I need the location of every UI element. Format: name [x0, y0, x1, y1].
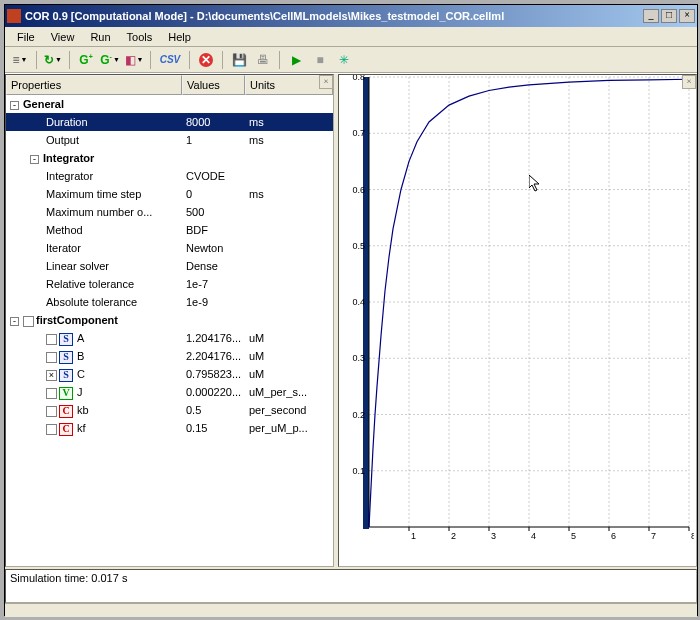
row-var-A[interactable]: SA 1.204176... uM	[6, 329, 333, 347]
label-general: General	[23, 98, 64, 110]
svg-text:3: 3	[491, 531, 496, 541]
row-maxstep[interactable]: Maximum time step 0 ms	[6, 185, 333, 203]
row-integrator[interactable]: Integrator CVODE	[6, 167, 333, 185]
row-reltol[interactable]: Relative tolerance 1e-7	[6, 275, 333, 293]
group-integrator[interactable]: -Integrator	[6, 149, 333, 167]
row-var-kf[interactable]: Ckf 0.15 per_uM_p...	[6, 419, 333, 437]
svg-text:1: 1	[411, 531, 416, 541]
label-method: Method	[6, 221, 182, 239]
value-kf: 0.15	[182, 419, 245, 437]
status-bar: Simulation time: 0.017 s	[5, 569, 697, 603]
row-duration[interactable]: Duration 8000 ms	[6, 113, 333, 131]
constant-icon: C	[59, 423, 73, 436]
label-kb: kb	[77, 404, 89, 416]
value-maxnum: 500	[182, 203, 245, 221]
svg-text:8: 8	[691, 531, 694, 541]
variable-icon: V	[59, 387, 73, 400]
refresh-button[interactable]: ↻▼	[42, 49, 64, 71]
checkbox-J[interactable]	[46, 388, 57, 399]
group-component[interactable]: -firstComponent	[6, 311, 333, 329]
row-maxnum[interactable]: Maximum number o... 500	[6, 203, 333, 221]
properties-header: Properties Values Units	[6, 75, 333, 95]
properties-pane: × Properties Values Units -General Durat…	[5, 74, 334, 567]
checkbox[interactable]	[23, 316, 34, 327]
col-properties[interactable]: Properties	[6, 75, 182, 95]
row-method[interactable]: Method BDF	[6, 221, 333, 239]
group-general[interactable]: -General	[6, 95, 333, 113]
g-minus-button[interactable]: G-▼	[99, 49, 121, 71]
row-iterator[interactable]: Iterator Newton	[6, 239, 333, 257]
eraser-button[interactable]: ◧▼	[123, 49, 145, 71]
menu-view[interactable]: View	[43, 29, 83, 45]
properties-body[interactable]: -General Duration 8000 ms Output 1 ms -I…	[6, 95, 333, 566]
menu-run[interactable]: Run	[82, 29, 118, 45]
value-linsolv: Dense	[182, 257, 245, 275]
separator	[69, 51, 70, 69]
value-J: 0.000220...	[182, 383, 245, 401]
svg-text:6: 6	[611, 531, 616, 541]
row-abstol[interactable]: Absolute tolerance 1e-9	[6, 293, 333, 311]
pause-button[interactable]: ■	[309, 49, 331, 71]
separator	[189, 51, 190, 69]
collapse-icon[interactable]: -	[10, 317, 19, 326]
units-maxstep: ms	[245, 185, 333, 203]
maximize-button[interactable]: □	[661, 9, 677, 23]
csv-button[interactable]: CSV	[156, 49, 184, 71]
collapse-icon[interactable]: -	[10, 101, 19, 110]
svg-text:7: 7	[651, 531, 656, 541]
titlebar: COR 0.9 [Computational Mode] - D:\docume…	[5, 5, 697, 27]
row-var-B[interactable]: SB 2.204176... uM	[6, 347, 333, 365]
row-var-J[interactable]: VJ 0.000220... uM_per_s...	[6, 383, 333, 401]
play-button[interactable]: ▶	[285, 49, 307, 71]
checkbox-A[interactable]	[46, 334, 57, 345]
cursor-icon	[529, 175, 545, 193]
units-A: uM	[245, 329, 333, 347]
value-reltol: 1e-7	[182, 275, 245, 293]
checkbox-kf[interactable]	[46, 424, 57, 435]
label-maxnum: Maximum number o...	[6, 203, 182, 221]
menu-file[interactable]: File	[9, 29, 43, 45]
svg-text:2: 2	[451, 531, 456, 541]
row-var-kb[interactable]: Ckb 0.5 per_second	[6, 401, 333, 419]
pane-close-button[interactable]: ×	[319, 75, 333, 89]
sim-time-label: Simulation time: 0.017 s	[10, 572, 127, 584]
body-area: × Properties Values Units -General Durat…	[5, 73, 697, 567]
print-button[interactable]: 🖶	[252, 49, 274, 71]
constant-icon: C	[59, 405, 73, 418]
units-B: uM	[245, 347, 333, 365]
close-button[interactable]: ×	[679, 9, 695, 23]
svg-text:0.7: 0.7	[352, 128, 365, 138]
value-abstol: 1e-9	[182, 293, 245, 311]
g-plus-button[interactable]: G+	[75, 49, 97, 71]
pane-close-button[interactable]: ×	[682, 75, 696, 89]
save-button[interactable]: 💾	[228, 49, 250, 71]
list-button[interactable]: ≡▼	[9, 49, 31, 71]
plot-pane: × 123456780.10.20.30.40.50.60.70.8	[334, 74, 697, 567]
row-linsolv[interactable]: Linear solver Dense	[6, 257, 333, 275]
label-component: firstComponent	[36, 314, 118, 326]
label-iterator: Iterator	[6, 239, 182, 257]
col-values[interactable]: Values	[182, 75, 245, 95]
value-A: 1.204176...	[182, 329, 245, 347]
value-C: 0.795823...	[182, 365, 245, 383]
value-duration: 8000	[182, 113, 245, 131]
stop-button[interactable]: ✕	[195, 49, 217, 71]
checkbox-kb[interactable]	[46, 406, 57, 417]
value-kb: 0.5	[182, 401, 245, 419]
plot-area[interactable]: × 123456780.10.20.30.40.50.60.70.8	[338, 74, 697, 567]
label-maxstep: Maximum time step	[6, 185, 182, 203]
units-output: ms	[245, 131, 333, 149]
checkbox-C[interactable]: ×	[46, 370, 57, 381]
label-integrator-group: Integrator	[43, 152, 94, 164]
collapse-icon[interactable]: -	[30, 155, 39, 164]
debug-button[interactable]: ✳	[333, 49, 355, 71]
svg-text:0.3: 0.3	[352, 353, 365, 363]
menu-help[interactable]: Help	[160, 29, 199, 45]
checkbox-B[interactable]	[46, 352, 57, 363]
row-var-C[interactable]: ×SC 0.795823... uM	[6, 365, 333, 383]
menu-tools[interactable]: Tools	[119, 29, 161, 45]
value-maxstep: 0	[182, 185, 245, 203]
minimize-button[interactable]: _	[643, 9, 659, 23]
chart: 123456780.10.20.30.40.50.60.70.8	[339, 75, 694, 545]
row-output[interactable]: Output 1 ms	[6, 131, 333, 149]
